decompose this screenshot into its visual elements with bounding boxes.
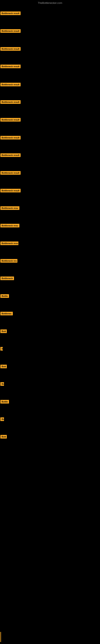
bottleneck-badge-9: Bottleneck result — [0, 171, 21, 175]
bottleneck-badge-7: Bottleneck result — [0, 136, 21, 140]
vertical-bar-0 — [0, 632, 1, 642]
bottleneck-badge-20: Bott — [0, 365, 7, 368]
bottleneck-badge-17: Bottlenec — [0, 312, 13, 315]
bottleneck-badge-0: Bottleneck result — [0, 12, 21, 15]
bottleneck-badge-18: Bott — [0, 330, 7, 333]
bottleneck-badge-16: Bottle — [0, 294, 9, 298]
bottleneck-badge-15: Bottleneck — [0, 276, 14, 280]
bottleneck-badge-11: Bottleneck resu — [0, 206, 19, 210]
bottleneck-badge-24: Bott — [0, 435, 7, 438]
bottleneck-badge-14: Bottleneck res — [0, 259, 17, 263]
bottleneck-badge-23: Bo — [0, 418, 4, 421]
bottleneck-badge-22: Bottle — [0, 400, 9, 404]
bottleneck-badge-3: Bottleneck result — [0, 64, 21, 68]
bottleneck-badge-5: Bottleneck result — [0, 100, 21, 104]
bottleneck-badge-6: Bottleneck result — [0, 118, 21, 122]
bottleneck-badge-4: Bottleneck result — [0, 83, 21, 86]
bottleneck-badge-10: Bottleneck result — [0, 189, 21, 192]
bottleneck-badge-2: Bottleneck result — [0, 47, 21, 51]
bottleneck-badge-1: Bottleneck result — [0, 29, 21, 33]
bottleneck-badge-13: Bottleneck resu — [0, 242, 18, 245]
bottleneck-badge-21: Bo — [0, 382, 4, 386]
bottleneck-badge-8: Bottleneck result — [0, 153, 21, 157]
bottleneck-badge-12: Bottleneck resu — [0, 224, 19, 228]
site-title: TheBottlenecker.com — [0, 0, 100, 6]
bottleneck-badge-19: B — [0, 347, 3, 350]
